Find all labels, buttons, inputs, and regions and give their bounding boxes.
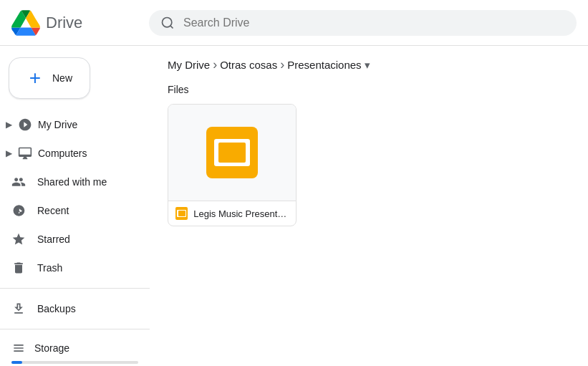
sidebar-divider (0, 288, 150, 289)
starred-icon (11, 232, 26, 246)
sidebar-item-recent-label: Recent (37, 205, 69, 216)
file-card[interactable]: Legis Music Presentat... (168, 104, 297, 226)
storage-section: Storage 1.3 GB of 15 GB used UPGRADE STO… (0, 335, 150, 366)
main-layout: + New ▶ My Drive ▶ Computers Shared with (0, 46, 588, 366)
expand-arrow-computers-icon: ▶ (6, 148, 12, 158)
search-input[interactable] (183, 16, 565, 29)
slides-large-icon (206, 127, 258, 178)
new-button-label: New (52, 72, 72, 84)
file-name: Legis Music Presentat... (193, 208, 289, 219)
file-thumbnail (168, 105, 296, 201)
recent-icon (11, 203, 26, 218)
storage-bar-background (11, 361, 138, 364)
breadcrumb-current: Presentaciones ▾ (287, 59, 370, 72)
sidebar-item-computers[interactable]: ▶ Computers (0, 139, 138, 168)
sidebar-item-my-drive-label: My Drive (38, 119, 77, 130)
header: Drive (0, 0, 588, 46)
breadcrumb-sep-2: › (280, 57, 284, 72)
my-drive-icon (18, 117, 32, 132)
sidebar-item-computers-label: Computers (38, 148, 87, 159)
drive-logo-icon (11, 9, 40, 37)
search-icon (160, 16, 175, 30)
logo-area: Drive (11, 9, 140, 37)
computers-icon (18, 146, 32, 160)
breadcrumb-dropdown-icon[interactable]: ▾ (365, 59, 370, 72)
files-grid: Legis Music Presentat... (168, 104, 571, 244)
backups-icon (11, 302, 26, 316)
search-bar[interactable] (149, 10, 577, 36)
breadcrumb-otras-cosas[interactable]: Otras cosas (220, 59, 277, 71)
sidebar-item-backups-label: Backups (37, 303, 76, 314)
breadcrumb-my-drive[interactable]: My Drive (168, 59, 210, 71)
sidebar-item-trash-label: Trash (37, 262, 62, 274)
svg-point-0 (163, 17, 172, 27)
sidebar-divider-2 (0, 329, 150, 329)
breadcrumb-sep-1: › (213, 57, 217, 72)
sidebar-item-shared-label: Shared with me (37, 176, 107, 188)
sidebar-item-trash[interactable]: Trash (0, 254, 138, 282)
sidebar-item-starred[interactable]: Starred (0, 225, 138, 254)
file-info: Legis Music Presentat... (168, 201, 296, 226)
new-button[interactable]: + New (9, 57, 90, 99)
sidebar-item-recent[interactable]: Recent (0, 196, 138, 225)
sidebar-item-backups[interactable]: Backups (0, 294, 138, 323)
section-label: Files (168, 78, 571, 104)
sidebar-item-my-drive[interactable]: ▶ My Drive (0, 110, 138, 139)
sidebar-item-shared-with-me[interactable]: Shared with me (0, 168, 138, 196)
storage-bar-fill (11, 361, 22, 364)
storage-label: Storage (11, 341, 138, 355)
sidebar-item-starred-label: Starred (37, 233, 70, 245)
shared-with-me-icon (11, 175, 26, 189)
plus-icon: + (26, 69, 44, 87)
sidebar: + New ▶ My Drive ▶ Computers Shared with (0, 46, 150, 366)
expand-arrow-icon: ▶ (6, 120, 12, 130)
slides-small-icon (175, 207, 188, 220)
logo-text: Drive (46, 14, 82, 32)
breadcrumb: My Drive › Otras cosas › Presentaciones … (168, 46, 571, 78)
trash-icon (11, 261, 26, 275)
content-area: My Drive › Otras cosas › Presentaciones … (150, 46, 588, 366)
storage-icon (11, 341, 26, 355)
svg-line-1 (170, 25, 173, 28)
